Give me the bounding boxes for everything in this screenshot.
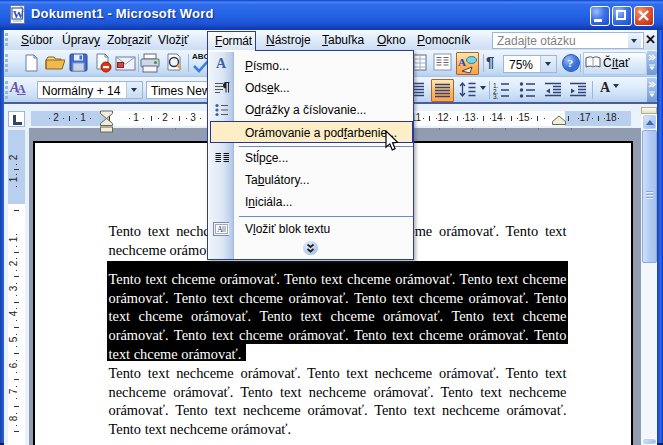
svg-text:A: A [217,225,223,234]
svg-text:3.: 3. [493,93,499,99]
svg-text:W: W [13,8,24,20]
svg-text:?: ? [568,57,574,69]
svg-text:A: A [458,56,466,68]
